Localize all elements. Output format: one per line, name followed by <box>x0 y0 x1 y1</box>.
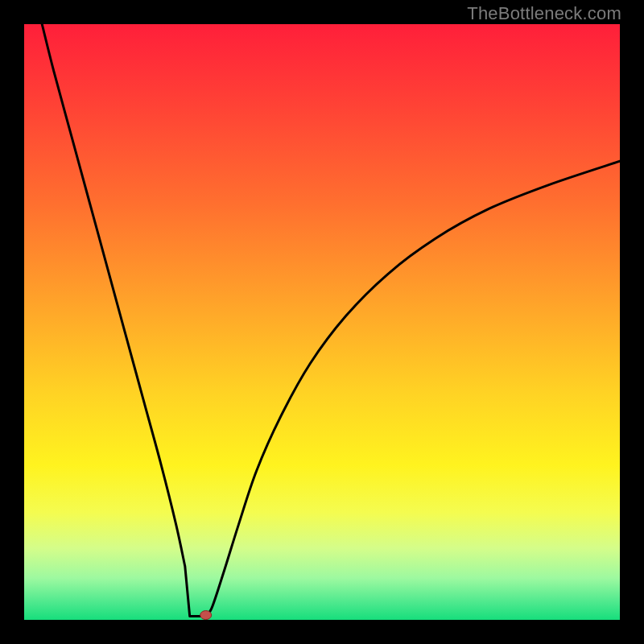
gradient-background <box>24 24 620 620</box>
optimum-marker <box>200 611 212 620</box>
plot-area <box>24 24 620 620</box>
chart-frame: TheBottleneck.com <box>0 0 644 644</box>
watermark-label: TheBottleneck.com <box>467 3 621 24</box>
bottleneck-chart <box>24 24 620 620</box>
